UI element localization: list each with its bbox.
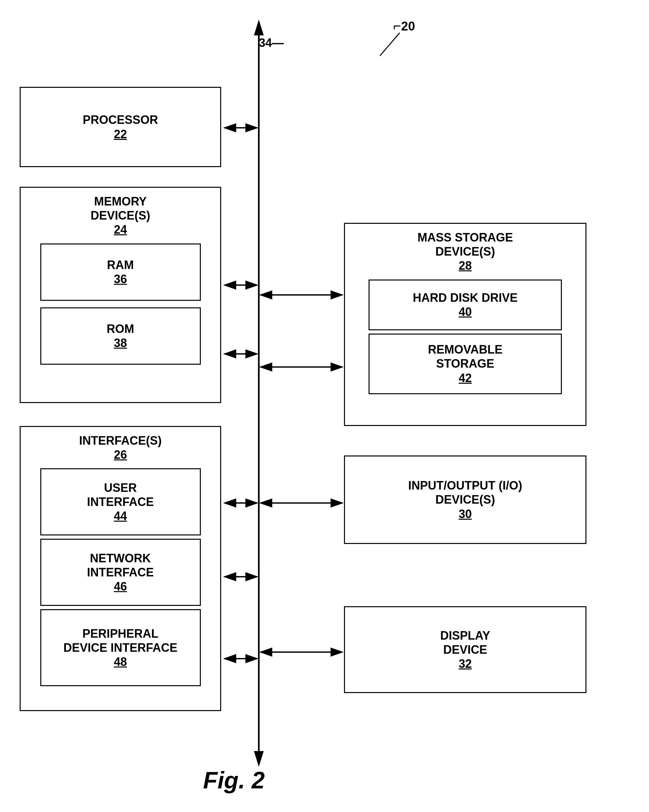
mass-storage-box: MASS STORAGEDEVICE(S) 28 HARD DISK DRIVE… <box>344 223 587 426</box>
rom-box: ROM 38 <box>40 307 201 365</box>
svg-marker-5 <box>254 20 264 35</box>
mass-storage-label: MASS STORAGEDEVICE(S) <box>417 230 513 258</box>
rom-label: ROM <box>107 322 134 336</box>
peripheral-device-interface-box: PERIPHERALDEVICE INTERFACE 48 <box>40 609 201 686</box>
user-interface-box: USERINTERFACE 44 <box>40 468 201 536</box>
interfaces-label: INTERFACE(S) <box>79 433 162 447</box>
interfaces-box: INTERFACE(S) 26 USERINTERFACE 44 NETWORK… <box>20 426 221 711</box>
display-device-ref: 32 <box>459 657 472 671</box>
diagram: 22 34— ⌐20 PROCESSOR 22 MEMORYDEVICE(S) … <box>0 0 649 812</box>
hard-disk-drive-label: HARD DISK DRIVE <box>413 291 518 305</box>
memory-devices-label: MEMORYDEVICE(S) <box>90 194 150 223</box>
system-ref-line <box>0 0 649 66</box>
user-interface-ref: 44 <box>114 509 127 523</box>
removable-storage-box: REMOVABLESTORAGE 42 <box>369 334 562 394</box>
processor-label: PROCESSOR <box>82 113 158 127</box>
removable-storage-ref: 42 <box>459 371 472 385</box>
network-interface-ref: 46 <box>114 579 127 594</box>
io-devices-label: INPUT/OUTPUT (I/O)DEVICE(S) <box>408 478 522 507</box>
svg-marker-6 <box>254 751 264 767</box>
peripheral-device-interface-ref: 48 <box>114 655 127 669</box>
ram-ref: 36 <box>114 272 127 286</box>
memory-devices-box: MEMORYDEVICE(S) 24 RAM 36 ROM 38 <box>20 187 221 403</box>
svg-line-17 <box>380 33 400 56</box>
network-interface-box: NETWORKINTERFACE 46 <box>40 539 201 606</box>
fig-label: Fig. 2 <box>203 767 265 794</box>
processor-box: PROCESSOR 22 <box>20 87 221 167</box>
peripheral-device-interface-label: PERIPHERALDEVICE INTERFACE <box>63 627 177 655</box>
io-devices-box: INPUT/OUTPUT (I/O)DEVICE(S) 30 <box>344 455 587 544</box>
io-devices-ref: 30 <box>459 507 472 521</box>
network-interface-label: NETWORKINTERFACE <box>87 551 154 579</box>
display-device-box: DISPLAYDEVICE 32 <box>344 606 587 693</box>
rom-ref: 38 <box>114 336 127 350</box>
processor-ref: 22 <box>114 127 127 141</box>
user-interface-label: USERINTERFACE <box>87 481 154 509</box>
interfaces-ref: 26 <box>114 447 127 462</box>
display-device-label: DISPLAYDEVICE <box>440 629 491 657</box>
ram-box: RAM 36 <box>40 243 201 301</box>
memory-devices-ref: 24 <box>114 223 127 237</box>
system-ref-label: ⌐20 <box>393 18 415 34</box>
mass-storage-ref: 28 <box>459 258 472 273</box>
removable-storage-label: REMOVABLESTORAGE <box>428 342 502 371</box>
ram-label: RAM <box>107 258 134 272</box>
bus-ref-label: 22 34— <box>242 36 284 50</box>
hard-disk-drive-ref: 40 <box>459 305 472 319</box>
hard-disk-drive-box: HARD DISK DRIVE 40 <box>369 279 562 330</box>
